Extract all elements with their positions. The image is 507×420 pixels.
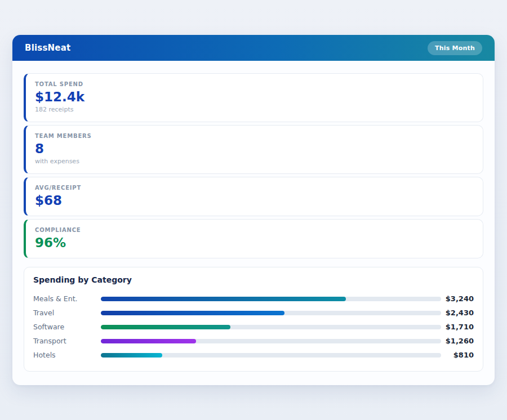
chart-row-hotels: Hotels $810	[33, 348, 474, 362]
category-value: $810	[441, 351, 474, 359]
bar-track	[101, 353, 441, 358]
category-label: Travel	[33, 309, 101, 317]
category-value: $2,430	[441, 309, 474, 317]
chart-row-travel: Travel $2,430	[33, 306, 474, 320]
stat-label: AVG/RECEIPT	[35, 185, 474, 191]
stat-label: TEAM MEMBERS	[35, 133, 474, 139]
bar-fill	[101, 311, 284, 315]
stat-card-compliance: COMPLIANCE 96%	[24, 219, 483, 258]
stat-card-team-members: TEAM MEMBERS 8 with expenses	[24, 125, 483, 174]
app-header: BlissNeat This Month	[12, 35, 495, 61]
stat-label: COMPLIANCE	[35, 227, 474, 233]
spending-by-category-chart: Spending by Category Meals & Ent. $3,240…	[24, 267, 483, 372]
app-title: BlissNeat	[25, 43, 70, 53]
category-value: $1,260	[441, 337, 474, 345]
bar-fill	[101, 339, 196, 343]
stat-value: $68	[35, 194, 474, 208]
stat-card-avg-receipt: AVG/RECEIPT $68	[24, 177, 483, 216]
chart-row-software: Software $1,710	[33, 320, 474, 334]
category-value: $3,240	[441, 294, 474, 303]
dashboard-card: BlissNeat This Month TOTAL SPEND $12.4k …	[12, 35, 495, 385]
stat-subtext: with expenses	[35, 158, 474, 165]
stat-value: 96%	[35, 236, 474, 250]
stat-value: 8	[35, 142, 474, 156]
bar-track	[101, 297, 441, 301]
chart-row-transport: Transport $1,260	[33, 334, 474, 348]
bar-fill	[101, 353, 162, 358]
stat-card-total-spend: TOTAL SPEND $12.4k 182 receipts	[24, 73, 483, 122]
bar-fill	[101, 297, 346, 301]
category-label: Transport	[33, 337, 101, 345]
bar-track	[101, 339, 441, 343]
bar-fill	[101, 325, 230, 329]
stat-label: TOTAL SPEND	[35, 81, 474, 87]
chart-title: Spending by Category	[33, 275, 474, 284]
category-value: $1,710	[441, 323, 474, 331]
category-label: Hotels	[33, 351, 101, 359]
bar-track	[101, 325, 441, 329]
stat-subtext: 182 receipts	[35, 106, 474, 113]
category-label: Software	[33, 323, 101, 331]
chart-row-meals: Meals & Ent. $3,240	[33, 292, 474, 306]
category-label: Meals & Ent.	[33, 294, 101, 303]
stat-value: $12.4k	[35, 90, 474, 104]
bar-track	[101, 311, 441, 315]
period-badge[interactable]: This Month	[428, 41, 482, 55]
dashboard-content: TOTAL SPEND $12.4k 182 receipts TEAM MEM…	[12, 61, 495, 372]
